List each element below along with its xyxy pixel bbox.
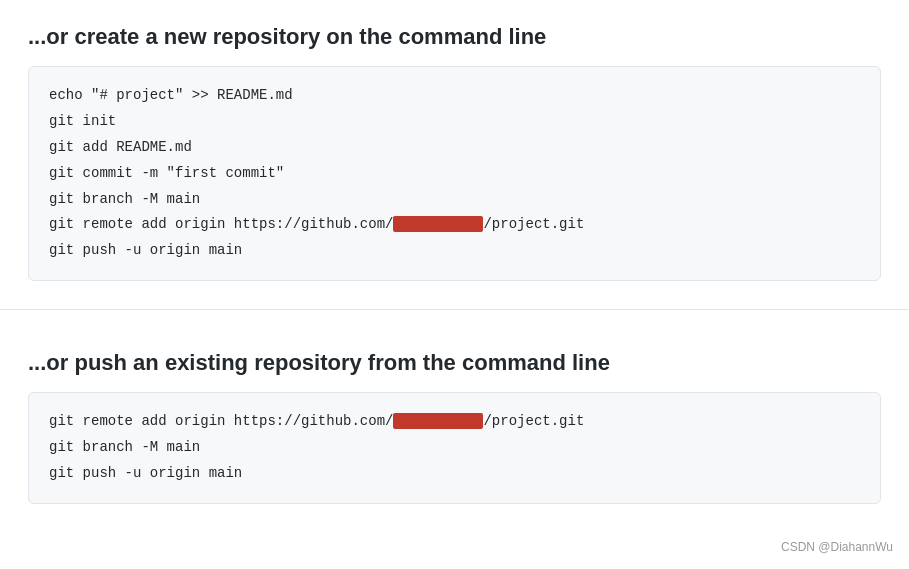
- page-container: ...or create a new repository on the com…: [0, 0, 909, 569]
- push-code-line-1-before: git remote add origin https://github.com…: [49, 413, 393, 429]
- push-existing-content: ...or push an existing repository from t…: [0, 326, 909, 532]
- push-code-line-1-after: /project.git: [483, 413, 584, 429]
- code-line-5: git branch -M main: [49, 187, 860, 213]
- code-line-6: git remote add origin https://github.com…: [49, 212, 860, 238]
- create-new-code-block: echo "# project" >> README.md git init g…: [28, 66, 881, 281]
- push-code-line-2: git branch -M main: [49, 435, 860, 461]
- create-new-section: ...or create a new repository on the com…: [0, 0, 909, 310]
- redacted-username-2: [393, 413, 483, 429]
- create-new-title: ...or create a new repository on the com…: [28, 24, 881, 50]
- code-line-6-after: /project.git: [483, 216, 584, 232]
- push-existing-title: ...or push an existing repository from t…: [28, 350, 881, 376]
- code-line-1: echo "# project" >> README.md: [49, 83, 860, 109]
- code-line-7: git push -u origin main: [49, 238, 860, 264]
- push-code-line-1: git remote add origin https://github.com…: [49, 409, 860, 435]
- section-spacer: [0, 310, 909, 326]
- push-existing-section: ...or push an existing repository from t…: [0, 326, 909, 569]
- push-code-line-3: git push -u origin main: [49, 461, 860, 487]
- code-line-3: git add README.md: [49, 135, 860, 161]
- push-existing-code-block: git remote add origin https://github.com…: [28, 392, 881, 504]
- footer-note: CSDN @DiahannWu: [0, 532, 909, 562]
- code-line-4: git commit -m "first commit": [49, 161, 860, 187]
- code-line-2: git init: [49, 109, 860, 135]
- code-line-6-before: git remote add origin https://github.com…: [49, 216, 393, 232]
- redacted-username-1: [393, 216, 483, 232]
